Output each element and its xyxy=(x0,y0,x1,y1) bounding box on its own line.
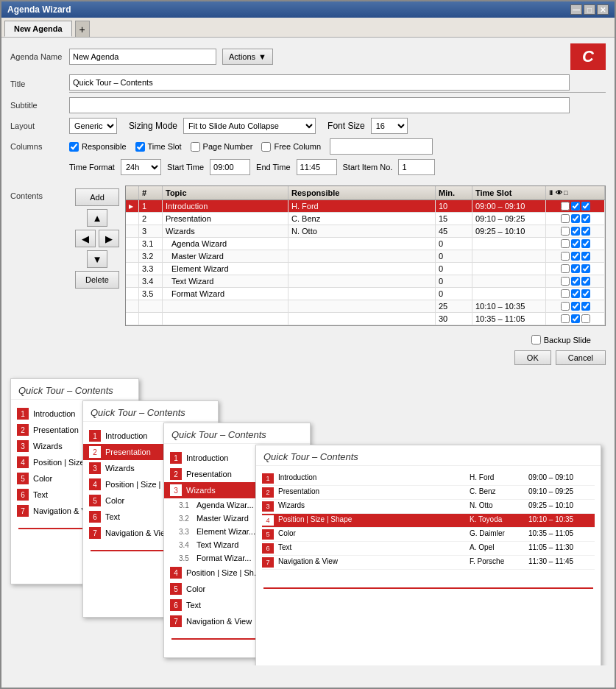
close-btn[interactable]: ✕ xyxy=(597,4,609,15)
sizing-select[interactable]: Fit to Slide Auto Collapse xyxy=(183,118,316,134)
row-arrow xyxy=(126,300,139,312)
row-timeslot xyxy=(472,288,546,300)
col-freecolumn-checkbox[interactable] xyxy=(261,142,271,152)
preview-title-3: Quick Tour – Contents xyxy=(164,423,310,444)
backup-slide-label[interactable]: Backup Slide xyxy=(531,335,591,344)
down-button[interactable]: ▼ xyxy=(87,250,107,268)
row-checks xyxy=(546,250,605,262)
row-responsible xyxy=(288,250,436,262)
detail-row: 5ColorG. Daimler10:35 – 11:05 xyxy=(262,528,595,542)
ok-cancel-area: OK Cancel xyxy=(1,347,615,371)
title-row: Title xyxy=(10,74,606,93)
table-row[interactable]: ▶ 1 Introduction H. Ford 10 09:00 – 09:1… xyxy=(126,200,605,213)
add-button[interactable]: Add xyxy=(75,188,119,206)
delete-button[interactable]: Delete xyxy=(75,271,119,289)
table-header: # Topic Responsible Min. Time Slot ⏸👁□ xyxy=(126,186,605,200)
up-button[interactable]: ▲ xyxy=(87,209,107,227)
contents-section: Contents Add ▲ ◀ ▶ ▼ Delete # Topic Resp… xyxy=(1,186,615,332)
layout-row: Layout Generic Sizing Mode Fit to Slide … xyxy=(10,118,606,134)
detail-row: 3WizardsN. Otto09:25 – 10:10 xyxy=(262,500,595,514)
title-input[interactable] xyxy=(69,74,570,91)
col-pagenumber-label[interactable]: Page Number xyxy=(191,142,253,152)
minimize-btn[interactable]: — xyxy=(570,4,582,15)
row-topic: Element Wizard xyxy=(163,263,288,275)
row-arrow xyxy=(126,275,139,287)
table-row[interactable]: 3.3 Element Wizard 0 xyxy=(126,263,605,275)
row-num: 3.5 xyxy=(139,288,163,300)
cancel-button[interactable]: Cancel xyxy=(556,350,606,365)
backup-slide-checkbox[interactable] xyxy=(531,335,541,344)
start-item-input[interactable] xyxy=(398,159,435,175)
contents-controls: Add ▲ ◀ ▶ ▼ Delete xyxy=(75,186,119,326)
row-responsible xyxy=(288,300,436,312)
time-format-select[interactable]: 24h 12h xyxy=(121,159,161,175)
table-row[interactable]: 3.4 Text Wizard 0 xyxy=(126,275,605,288)
logo-icon: C xyxy=(582,47,594,66)
table-row[interactable]: 25 10:10 – 10:35 xyxy=(126,300,605,313)
table-row[interactable]: 3 Wizards N. Otto 45 09:25 – 10:10 xyxy=(126,225,605,238)
row-arrow xyxy=(126,250,139,262)
table-row[interactable]: 30 10:35 – 11:05 xyxy=(126,313,605,325)
row-responsible: N. Otto xyxy=(288,225,436,237)
font-size-select[interactable]: 16 xyxy=(371,118,408,134)
row-arrow xyxy=(126,288,139,300)
col-timeslot-checkbox[interactable] xyxy=(135,142,145,152)
col-freecolumn-label[interactable]: Free Column xyxy=(261,142,321,152)
row-min: 0 xyxy=(436,275,472,287)
columns-label: Columns xyxy=(10,142,69,151)
col-responsible-checkbox[interactable] xyxy=(69,142,79,152)
row-arrow xyxy=(126,213,139,225)
row-responsible: H. Ford xyxy=(288,200,436,212)
start-time-input[interactable] xyxy=(210,159,250,175)
table-row[interactable]: 3.1 Agenda Wizard 0 xyxy=(126,238,605,250)
tab-new-agenda[interactable]: New Agenda xyxy=(4,21,72,37)
table-row[interactable]: 2 Presentation C. Benz 15 09:10 – 09:25 xyxy=(126,213,605,225)
preview-title-2: Quick Tour – Contents xyxy=(83,401,218,422)
right-button[interactable]: ▶ xyxy=(99,230,119,247)
agenda-name-input[interactable] xyxy=(69,49,216,65)
table-row[interactable]: 3.2 Master Wizard 0 xyxy=(126,250,605,263)
font-size-label: Font Size xyxy=(328,121,365,131)
layout-select[interactable]: Generic xyxy=(69,118,117,134)
time-controls: Time Format 24h 12h Start Time End Time … xyxy=(69,159,435,175)
row-min: 0 xyxy=(436,238,472,250)
row-topic xyxy=(163,313,288,325)
layout-label: Layout xyxy=(10,121,69,130)
free-column-input[interactable] xyxy=(330,138,433,155)
th-min: Min. xyxy=(436,186,472,199)
ok-button[interactable]: OK xyxy=(514,350,551,365)
sizing-mode-label: Sizing Mode xyxy=(129,121,177,131)
row-arrow xyxy=(126,263,139,275)
detail-row: 7Navigation & ViewF. Porsche11:30 – 11:4… xyxy=(262,556,595,570)
row-checks xyxy=(546,238,605,250)
time-format-label: Time Format xyxy=(69,163,115,172)
preview-area: Quick Tour – Contents 1Introduction 2Pre… xyxy=(1,371,615,665)
row-timeslot xyxy=(472,275,546,287)
left-button[interactable]: ◀ xyxy=(75,230,96,247)
th-num: # xyxy=(139,186,163,199)
table-body: ▶ 1 Introduction H. Ford 10 09:00 – 09:1… xyxy=(126,200,605,325)
col-pagenumber-checkbox[interactable] xyxy=(191,142,200,152)
row-arrow xyxy=(126,225,139,237)
row-checks xyxy=(546,213,605,225)
row-timeslot xyxy=(472,263,546,275)
col-responsible-label[interactable]: Responsible xyxy=(69,142,127,152)
table-row[interactable]: 3.5 Format Wizard 0 xyxy=(126,288,605,300)
tab-bar: New Agenda + xyxy=(1,18,615,38)
row-checks xyxy=(546,313,605,325)
row-checks xyxy=(546,288,605,300)
row-num: 3.3 xyxy=(139,263,163,275)
col-timeslot-label[interactable]: Time Slot xyxy=(135,142,182,152)
end-time-input[interactable] xyxy=(297,159,337,175)
logo-box: C xyxy=(570,43,606,70)
row-arrow xyxy=(126,313,139,325)
row-min: 25 xyxy=(436,300,472,312)
tab-add[interactable]: + xyxy=(75,21,90,37)
actions-button[interactable]: Actions ▼ xyxy=(222,49,273,65)
columns-controls: Responsible Time Slot Page Number Free C… xyxy=(69,138,433,155)
title-bar: Agenda Wizard — □ ✕ xyxy=(1,1,615,18)
detail-row: 1IntroductionH. Ford09:00 – 09:10 xyxy=(262,472,595,486)
subtitle-input[interactable] xyxy=(69,97,570,113)
maximize-btn[interactable]: □ xyxy=(584,4,595,15)
columns-row: Columns Responsible Time Slot Page Numbe… xyxy=(10,138,606,155)
